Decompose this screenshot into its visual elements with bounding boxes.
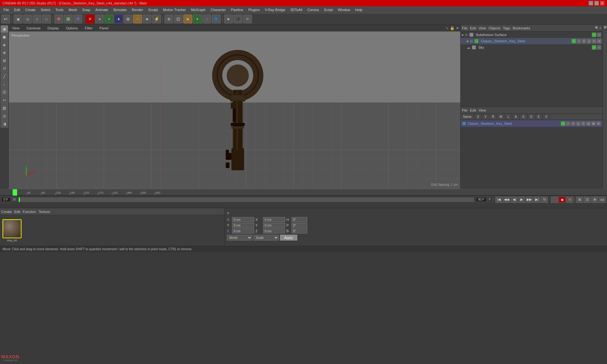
am-icon-5[interactable]: ▽ (581, 121, 586, 126)
menu-item-motion-tracker[interactable]: Motion Tracker (161, 7, 188, 12)
menu-item-create[interactable]: Create (23, 7, 38, 12)
rotate-button[interactable]: ↺ (73, 15, 82, 23)
am-icon-2[interactable]: ○ (566, 121, 570, 126)
tool-button-11[interactable]: ◉ (183, 15, 192, 23)
om-item-subdivision[interactable]: ▶ ⊞ Subdivision Surface ✓ ○ (461, 32, 603, 38)
am-file-menu[interactable]: File (462, 108, 468, 112)
left-tool-3[interactable]: ◈ (1, 41, 8, 49)
menu-item-tools[interactable]: Tools (53, 7, 66, 12)
y-rot-input[interactable] (263, 223, 285, 228)
tool-button-1[interactable]: ✕ (86, 15, 95, 23)
p-input[interactable] (291, 223, 307, 228)
next-key-button[interactable]: ▶▶ (526, 197, 533, 203)
viewport-menu-cameras[interactable]: Cameras (25, 26, 43, 31)
edge-handle[interactable] (604, 26, 606, 28)
viewport[interactable]: View Cameras Display Options Filter Pane… (9, 25, 460, 189)
om-tags-menu[interactable]: Tags (503, 26, 510, 30)
apply-button[interactable]: Apply (280, 235, 297, 240)
timeline-button[interactable]: ≡≡ (599, 197, 606, 203)
tool-button-9[interactable]: ▧ (164, 15, 173, 23)
am-icon-6[interactable]: ◎ (586, 121, 591, 126)
am-view-menu[interactable]: View (479, 108, 486, 112)
om-render-icon[interactable]: ○ (597, 33, 601, 37)
menu-item-v-ray-bridge[interactable]: V-Ray Bridge (263, 7, 288, 12)
close-button[interactable]: × (600, 1, 604, 5)
lock-viewport-icon[interactable]: 🔒 (450, 26, 455, 30)
record-button[interactable]: ● (551, 197, 558, 203)
menu-item-script[interactable]: Script (322, 7, 335, 12)
x-rot-input[interactable] (263, 217, 285, 222)
timeline-scrubber[interactable] (19, 197, 474, 202)
left-tool-11[interactable]: ▧ (1, 104, 8, 112)
model-mode-button[interactable]: ▣ (14, 15, 22, 23)
render-region-button[interactable]: ⬛ (234, 15, 242, 23)
tool-button-12[interactable]: ★ (193, 15, 202, 23)
viewport-menu-filter[interactable]: Filter (83, 26, 94, 31)
left-tool-9[interactable]: Ⓢ (1, 88, 8, 96)
left-tool-10[interactable]: ↩ (1, 96, 8, 104)
left-tool-7[interactable]: ╱ (1, 73, 8, 80)
key-pos-button[interactable]: ⊕ (591, 197, 598, 203)
om-view-menu[interactable]: View (479, 26, 486, 30)
point-mode-button[interactable]: ◎ (23, 15, 32, 23)
z-pos-input[interactable] (232, 228, 254, 234)
am-icon-1[interactable]: ✓ (561, 121, 565, 126)
viewport-menu-display[interactable]: Display (46, 26, 61, 31)
world-dropdown[interactable]: World Object Parent (227, 235, 252, 240)
y-pos-input[interactable] (232, 223, 254, 228)
tool-button-7[interactable]: ◉ (143, 15, 151, 23)
tool-button-13[interactable]: ◌ (202, 15, 211, 23)
poly-mode-button[interactable]: □ (42, 15, 51, 23)
tool-button-4[interactable]: ◆ (114, 15, 123, 23)
menu-item-mograph[interactable]: MoGraph (189, 7, 208, 12)
menu-item-file[interactable]: File (1, 7, 11, 12)
tool-button-14[interactable]: 🔵 (212, 15, 221, 23)
om-item-sky[interactable]: ☁ Sky ✓ ○ (461, 44, 603, 51)
loop-button[interactable]: ↻ (541, 197, 548, 203)
menu-item-3dtoall[interactable]: 3DToAll (288, 7, 304, 12)
om-search-icon[interactable]: 🔍 (595, 26, 599, 30)
key-icon-4[interactable]: △ (587, 39, 591, 43)
viewport-menu-view[interactable]: View (10, 26, 21, 31)
mat-function-menu[interactable]: Function (23, 210, 36, 214)
autokey-button[interactable]: ⊕ (566, 197, 573, 203)
left-tool-6[interactable]: ↺ (1, 65, 8, 72)
menu-item-pipeline[interactable]: Pipeline (229, 7, 245, 12)
left-tool-13[interactable]: ◑ (1, 120, 8, 128)
play-backward-button[interactable]: ◀ (511, 197, 518, 203)
left-tool-1[interactable]: ◉ (1, 25, 8, 33)
om-options-icon[interactable]: ≡ (599, 26, 601, 30)
scale-dropdown[interactable]: Scale Size (254, 235, 279, 240)
left-tool-4[interactable]: ⊕ (1, 49, 8, 57)
close-viewport-icon[interactable]: ✕ (456, 26, 459, 30)
prev-key-button[interactable]: ◀◀ (503, 197, 510, 203)
key-vis-icon[interactable]: ✓ (572, 39, 576, 43)
tool-button-10[interactable]: ⊡ (174, 15, 183, 23)
h-input[interactable] (291, 217, 307, 222)
sky-vis-icon[interactable]: ✓ (592, 45, 596, 50)
mat-texture-menu[interactable]: Texture (39, 210, 50, 214)
menu-item-snap[interactable]: Snap (80, 7, 93, 12)
key-icon-2[interactable]: ○ (577, 39, 581, 43)
minimize-button[interactable]: − (589, 1, 593, 5)
scale-button[interactable]: ⊞ (64, 15, 73, 23)
tool-button-6[interactable]: ☆ (133, 15, 142, 23)
menu-item-sculpt[interactable]: Sculpt (146, 7, 160, 12)
record-all-button[interactable]: ⏺ (559, 197, 566, 203)
left-tool-12[interactable]: ◎ (1, 112, 8, 120)
undo-button[interactable]: ↩ (1, 15, 10, 23)
am-icon-7[interactable]: ⊞ (591, 121, 596, 126)
am-icon-3[interactable]: ≡ (571, 121, 575, 126)
move-button[interactable]: ✥ (54, 15, 63, 23)
mat-create-menu[interactable]: Create (1, 210, 12, 214)
menu-item-render[interactable]: Render (130, 7, 145, 12)
left-tool-5[interactable]: ⊞ (1, 57, 8, 64)
key-sel-button[interactable]: ⊡ (584, 197, 591, 203)
tool-button-5[interactable]: ⊕ (124, 15, 132, 23)
viewport-canvas[interactable]: X Y Grid Spacing: 1 cm (9, 32, 460, 189)
left-tool-8[interactable]: ⬦ (1, 81, 8, 88)
tool-button-2[interactable]: ◈ (95, 15, 104, 23)
b-input[interactable] (291, 228, 307, 234)
viewport-menu-panel[interactable]: Panel (98, 26, 110, 31)
om-edit-menu[interactable]: Edit (470, 26, 476, 30)
